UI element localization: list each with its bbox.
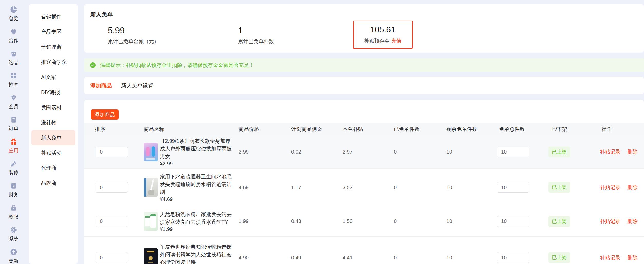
secondary-menu: 营销插件 产品专区 营销弹窗 推客商学院 AI文案 DIY海报 发圈素材 送礼物… <box>29 4 78 264</box>
status-badge: 已上架 <box>548 252 570 263</box>
menu-item-brand[interactable]: 品牌商 <box>31 176 75 191</box>
svg-text:¥: ¥ <box>13 184 15 188</box>
freed-count-cell: 0 <box>390 255 442 261</box>
add-product-button[interactable]: 添加商品 <box>91 109 119 120</box>
tab-add-product[interactable]: 添加商品 <box>90 82 112 89</box>
product-price-label: ¥1.99 <box>160 226 233 232</box>
delete-link[interactable]: 删除 <box>628 185 638 190</box>
price-cell: 2.99 <box>235 149 287 155</box>
total-count-input[interactable] <box>497 252 529 263</box>
rail-item-update[interactable]: 更新 <box>0 248 27 264</box>
raincoat-product-image <box>144 143 158 161</box>
shopping-bag-icon <box>10 50 17 57</box>
commission-cell: 0.43 <box>287 218 338 224</box>
product-price-label: ¥4.69 <box>160 196 233 202</box>
rail-item-permissions[interactable]: 权限 <box>0 204 27 226</box>
menu-item-product-zone[interactable]: 产品专区 <box>31 24 75 39</box>
sort-input[interactable] <box>96 252 128 263</box>
menu-item-gift[interactable]: 送礼物 <box>31 115 75 130</box>
rail-item-selection[interactable]: 选品 <box>0 50 27 72</box>
sort-input[interactable] <box>96 216 128 227</box>
col-header-sort: 排序 <box>91 126 140 133</box>
rail-item-label: 系统 <box>9 236 18 242</box>
check-circle-icon <box>90 62 96 68</box>
status-badge: 已上架 <box>548 182 570 193</box>
product-name: 家用下水道疏通器卫生间水池毛发头发疏通刷厨房水槽管道清洁刷 <box>160 173 233 196</box>
rail-item-label: 财务 <box>9 191 18 198</box>
book-product-image <box>144 248 158 264</box>
product-name: 【2.99/1条】雨衣长款全身加厚成人户外雨服压缩便携加厚雨披男女 <box>160 137 233 160</box>
rail-item-label: 会员 <box>9 103 18 110</box>
gear-icon <box>10 226 17 234</box>
remaining-count-cell: 10 <box>442 255 495 261</box>
rail-item-system[interactable]: 系统 <box>0 226 27 248</box>
remaining-count-cell: 10 <box>442 218 495 224</box>
arrow-up-circle-icon <box>10 248 17 256</box>
col-header-remaining-count: 剩余免单件数 <box>442 126 495 133</box>
rail-item-promoter[interactable]: 推客 <box>0 72 27 94</box>
menu-item-marketing-popup[interactable]: 营销弹窗 <box>31 39 75 55</box>
subsidy-record-link[interactable]: 补贴记录 <box>600 218 620 224</box>
icon-rail: 总览 合作 选品 推客 会员 订单 应用 装修 <box>0 0 27 264</box>
total-count-input[interactable] <box>497 147 529 157</box>
product-name: 羊皮卷世界经典知识读物精选课外阅读书籍学为人处世技巧社会心理学阅读书籍 <box>160 243 233 264</box>
table-header: 排序 商品名称 商品价格 计划商品佣金 本单补贴 已免单件数 剩余免单件数 免单… <box>84 123 644 135</box>
tab-newbie-settings[interactable]: 新人免单设置 <box>121 82 153 89</box>
product-price-label: ¥2.99 <box>160 161 233 167</box>
tabs-bar: 添加商品 新人免单设置 <box>84 77 644 94</box>
rail-item-decorate[interactable]: 装修 <box>0 160 27 182</box>
menu-item-ai-copywriting[interactable]: AI文案 <box>31 70 75 85</box>
freed-count-cell: 0 <box>390 149 442 155</box>
soap-powder-product-image <box>144 212 158 231</box>
stat-free-amount: 5.99 累计已免单金额（元） <box>108 26 159 45</box>
stat-value: 5.99 <box>108 26 159 35</box>
rail-item-finance[interactable]: ¥ 财务 <box>0 182 27 204</box>
drain-cleaner-product-image <box>144 178 158 197</box>
subsidy-cell: 3.52 <box>338 185 390 190</box>
pie-chart-icon <box>10 6 17 13</box>
menu-item-subsidy-activity[interactable]: 补贴活动 <box>31 145 75 160</box>
subsidy-balance-box: 105.61 补贴预存金充值 <box>353 21 413 49</box>
main-content: 新人免单 5.99 累计已免单金额（元） 1 累计已免单件数 105.61 补贴… <box>84 0 644 264</box>
menu-item-diy-poster[interactable]: DIY海报 <box>31 85 75 100</box>
freed-count-cell: 0 <box>390 218 442 224</box>
subsidy-cell: 1.56 <box>338 218 390 224</box>
rail-item-orders[interactable]: 订单 <box>0 116 27 138</box>
subsidy-record-link[interactable]: 补贴记录 <box>600 255 620 260</box>
rail-item-member[interactable]: 会员 <box>0 94 27 116</box>
rail-item-apps[interactable]: 应用 <box>0 138 27 160</box>
menu-item-newbie-free-order[interactable]: 新人免单 <box>31 130 75 145</box>
subsidy-record-link[interactable]: 补贴记录 <box>600 149 620 155</box>
sort-input[interactable] <box>96 182 128 193</box>
menu-item-promoter-academy[interactable]: 推客商学院 <box>31 55 75 70</box>
total-count-input[interactable] <box>497 182 529 193</box>
total-count-input[interactable] <box>497 216 529 227</box>
subsidy-cell: 2.97 <box>338 149 390 155</box>
table-row: 天然皂粉洗衣粉厂家批发去污去渍家庭装亮白去渍香水香气TY ¥1.99 1.99 … <box>84 206 644 237</box>
menu-item-agent[interactable]: 代理商 <box>31 160 75 176</box>
delete-link[interactable]: 删除 <box>628 149 638 155</box>
col-header-commission: 计划商品佣金 <box>287 126 338 133</box>
delete-link[interactable]: 删除 <box>628 255 638 260</box>
col-header-price: 商品价格 <box>235 126 287 133</box>
menu-item-moments-material[interactable]: 发圈素材 <box>31 100 75 115</box>
rail-item-label: 权限 <box>9 214 18 220</box>
rail-item-label: 应用 <box>9 147 18 154</box>
delete-link[interactable]: 删除 <box>628 218 638 224</box>
table-row: 羊皮卷世界经典知识读物精选课外阅读书籍学为人处世技巧社会心理学阅读书籍 ¥4.9… <box>84 237 644 264</box>
menu-item-marketing-plugin[interactable]: 营销插件 <box>31 9 75 24</box>
rail-item-overview[interactable]: 总览 <box>0 6 27 28</box>
sort-input[interactable] <box>96 147 128 157</box>
col-header-status: 上/下架 <box>546 126 598 133</box>
col-header-actions: 操作 <box>598 126 643 133</box>
rail-item-cooperation[interactable]: 合作 <box>0 28 27 50</box>
table-row: 家用下水道疏通器卫生间水池毛发头发疏通刷厨房水槽管道清洁刷 ¥4.69 4.69… <box>84 169 644 206</box>
tip-banner: 温馨提示：补贴扣款从预存金里扣除，请确保预存金金额是否充足！ <box>84 58 644 72</box>
col-header-total-count: 免单总件数 <box>495 126 546 133</box>
status-badge: 已上架 <box>548 216 570 227</box>
subsidy-record-link[interactable]: 补贴记录 <box>600 185 620 190</box>
product-table-card: 添加商品 排序 商品名称 商品价格 计划商品佣金 本单补贴 已免单件数 剩余免单… <box>84 100 644 264</box>
recharge-link[interactable]: 充值 <box>391 38 402 44</box>
heart-icon <box>10 28 17 35</box>
col-header-freed-count: 已免单件数 <box>390 126 442 133</box>
